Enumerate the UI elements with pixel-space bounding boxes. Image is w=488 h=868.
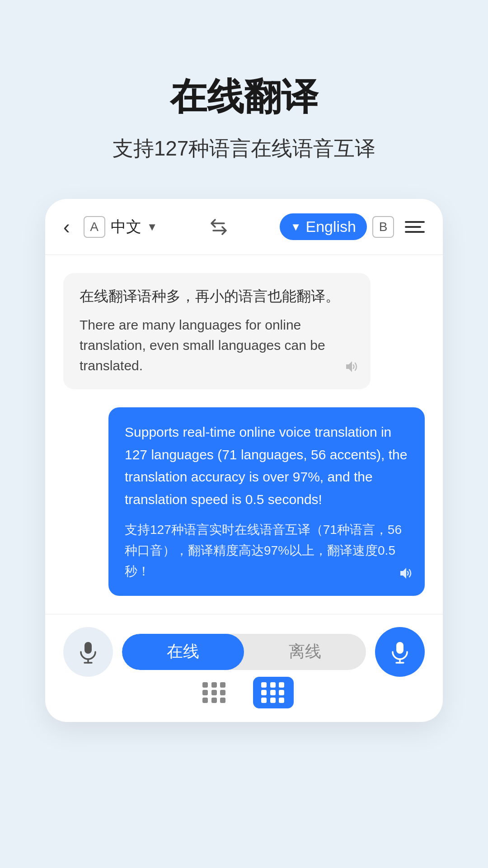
lang-english-text: English — [305, 218, 356, 236]
menu-icon — [405, 226, 421, 228]
lang-b-label: B — [372, 216, 394, 238]
mic-left-button[interactable] — [63, 627, 113, 677]
mic-right-button[interactable] — [375, 627, 425, 677]
back-button[interactable]: ‹ — [63, 217, 70, 237]
keyboard-active-icon — [261, 682, 286, 703]
sent-english-text: Supports real-time online voice translat… — [125, 421, 408, 510]
received-translation-text: There are many languages for online tran… — [80, 315, 354, 376]
sent-chinese-text: 支持127种语言实时在线语音互译（71种语言，56种口音），翻译精度高达97%以… — [125, 519, 408, 582]
online-mode-button[interactable]: 在线 — [122, 634, 244, 670]
keyboard-row — [63, 677, 425, 708]
sent-message-bubble: Supports real-time online voice translat… — [108, 407, 425, 596]
bottom-bar: 在线 离线 — [45, 614, 443, 722]
page-subtitle: 支持127种语言在线语音互译 — [113, 135, 376, 163]
offline-label: 离线 — [289, 641, 321, 663]
mode-row: 在线 离线 — [63, 627, 425, 677]
lang-a-selector[interactable]: A 中文 ▼ — [84, 216, 158, 238]
svg-rect-3 — [396, 642, 404, 654]
lang-chinese-label: 中文 — [111, 217, 141, 237]
page-header: 在线翻译 支持127种语言在线语音互译 — [85, 0, 403, 199]
menu-icon — [405, 231, 425, 233]
keyboard-gray-icon — [202, 682, 227, 703]
received-original-text: 在线翻译语种多，再小的语言也能翻译。 — [80, 287, 354, 307]
keyboard-active-button[interactable] — [253, 677, 294, 708]
app-card: ‹ A 中文 ▼ ▼ English B 在线翻译语种多，再小的语言也能翻译。 — [45, 199, 443, 722]
sent-message-wrapper: Supports real-time online voice translat… — [63, 407, 425, 596]
page-title: 在线翻译 — [113, 72, 376, 122]
top-bar: ‹ A 中文 ▼ ▼ English B — [45, 199, 443, 255]
lang-a-label: A — [84, 216, 105, 238]
menu-button[interactable] — [405, 221, 425, 233]
online-offline-toggle[interactable]: 在线 离线 — [122, 634, 366, 670]
chat-area: 在线翻译语种多，再小的语言也能翻译。 There are many langua… — [45, 255, 443, 614]
lang-english-selector[interactable]: ▼ English — [280, 213, 367, 240]
received-message-bubble: 在线翻译语种多，再小的语言也能翻译。 There are many langua… — [63, 273, 371, 389]
online-label: 在线 — [167, 641, 199, 663]
swap-languages-button[interactable] — [208, 216, 230, 238]
svg-rect-0 — [84, 642, 92, 654]
keyboard-gray-button[interactable] — [194, 677, 235, 708]
lang-a-dropdown-arrow: ▼ — [147, 221, 158, 233]
lang-english-dropdown-arrow: ▼ — [291, 221, 301, 233]
received-speaker-icon[interactable] — [343, 359, 360, 378]
sent-speaker-icon[interactable] — [398, 565, 414, 585]
menu-icon — [405, 221, 425, 223]
offline-mode-button[interactable]: 离线 — [244, 634, 366, 670]
